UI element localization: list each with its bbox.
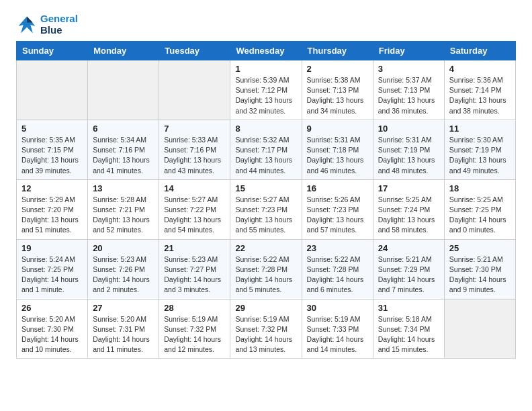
- day-info: Sunrise: 5:20 AM Sunset: 7:31 PM Dayligh…: [93, 314, 154, 355]
- day-number: 2: [307, 64, 368, 74]
- day-number: 9: [307, 124, 368, 134]
- calendar-week-row: 26Sunrise: 5:20 AM Sunset: 7:30 PM Dayli…: [17, 299, 516, 359]
- day-number: 28: [164, 303, 225, 313]
- day-info: Sunrise: 5:27 AM Sunset: 7:23 PM Dayligh…: [235, 195, 296, 236]
- day-number: 30: [307, 303, 368, 313]
- calendar-cell: 22Sunrise: 5:22 AM Sunset: 7:28 PM Dayli…: [230, 239, 302, 299]
- calendar-cell: 27Sunrise: 5:20 AM Sunset: 7:31 PM Dayli…: [88, 299, 159, 359]
- day-info: Sunrise: 5:39 AM Sunset: 7:12 PM Dayligh…: [235, 75, 296, 116]
- calendar-week-row: 1Sunrise: 5:39 AM Sunset: 7:12 PM Daylig…: [17, 60, 516, 120]
- calendar-cell: 7Sunrise: 5:33 AM Sunset: 7:16 PM Daylig…: [159, 120, 230, 179]
- calendar-cell: 14Sunrise: 5:27 AM Sunset: 7:22 PM Dayli…: [159, 179, 230, 239]
- calendar-cell: [444, 299, 515, 359]
- calendar-cell: 10Sunrise: 5:31 AM Sunset: 7:19 PM Dayli…: [373, 120, 444, 179]
- svg-marker-1: [27, 16, 33, 22]
- day-info: Sunrise: 5:23 AM Sunset: 7:27 PM Dayligh…: [164, 255, 225, 295]
- calendar-cell: 29Sunrise: 5:19 AM Sunset: 7:32 PM Dayli…: [230, 299, 302, 359]
- day-info: Sunrise: 5:26 AM Sunset: 7:23 PM Dayligh…: [307, 195, 368, 236]
- day-info: Sunrise: 5:19 AM Sunset: 7:32 PM Dayligh…: [235, 314, 296, 355]
- day-number: 6: [93, 124, 154, 134]
- day-info: Sunrise: 5:19 AM Sunset: 7:33 PM Dayligh…: [307, 314, 368, 355]
- calendar-cell: [159, 60, 230, 120]
- day-info: Sunrise: 5:35 AM Sunset: 7:15 PM Dayligh…: [21, 135, 83, 176]
- day-number: 18: [449, 183, 511, 193]
- day-number: 12: [21, 183, 83, 193]
- day-info: Sunrise: 5:38 AM Sunset: 7:13 PM Dayligh…: [307, 75, 368, 116]
- page-header: General Blue: [16, 13, 516, 36]
- calendar-cell: 31Sunrise: 5:18 AM Sunset: 7:34 PM Dayli…: [373, 299, 444, 359]
- day-info: Sunrise: 5:19 AM Sunset: 7:32 PM Dayligh…: [164, 314, 225, 355]
- calendar-cell: 26Sunrise: 5:20 AM Sunset: 7:30 PM Dayli…: [17, 299, 88, 359]
- day-number: 11: [449, 124, 511, 134]
- day-number: 29: [235, 303, 296, 313]
- weekday-header-monday: Monday: [88, 42, 159, 60]
- weekday-header-saturday: Saturday: [444, 42, 515, 60]
- day-info: Sunrise: 5:23 AM Sunset: 7:26 PM Dayligh…: [93, 255, 154, 295]
- day-number: 8: [235, 124, 296, 134]
- weekday-header-wednesday: Wednesday: [230, 42, 302, 60]
- day-info: Sunrise: 5:22 AM Sunset: 7:28 PM Dayligh…: [235, 255, 296, 295]
- calendar-cell: 9Sunrise: 5:31 AM Sunset: 7:18 PM Daylig…: [302, 120, 373, 179]
- weekday-header-thursday: Thursday: [302, 42, 373, 60]
- calendar-cell: 2Sunrise: 5:38 AM Sunset: 7:13 PM Daylig…: [302, 60, 373, 120]
- weekday-header-tuesday: Tuesday: [159, 42, 230, 60]
- calendar-cell: 19Sunrise: 5:24 AM Sunset: 7:25 PM Dayli…: [17, 239, 88, 299]
- day-number: 19: [21, 243, 83, 253]
- day-number: 16: [307, 183, 368, 193]
- day-number: 23: [307, 243, 368, 253]
- calendar-cell: 30Sunrise: 5:19 AM Sunset: 7:33 PM Dayli…: [302, 299, 373, 359]
- calendar-cell: 15Sunrise: 5:27 AM Sunset: 7:23 PM Dayli…: [230, 179, 302, 239]
- day-info: Sunrise: 5:20 AM Sunset: 7:30 PM Dayligh…: [21, 314, 83, 355]
- day-info: Sunrise: 5:29 AM Sunset: 7:20 PM Dayligh…: [21, 195, 83, 236]
- calendar-cell: 1Sunrise: 5:39 AM Sunset: 7:12 PM Daylig…: [230, 60, 302, 120]
- weekday-header-sunday: Sunday: [17, 42, 88, 60]
- day-number: 22: [235, 243, 296, 253]
- day-info: Sunrise: 5:24 AM Sunset: 7:25 PM Dayligh…: [21, 255, 83, 295]
- calendar-cell: 18Sunrise: 5:25 AM Sunset: 7:25 PM Dayli…: [444, 179, 515, 239]
- weekday-header-friday: Friday: [373, 42, 444, 60]
- calendar-cell: [17, 60, 88, 120]
- logo-icon: [16, 14, 38, 36]
- calendar-week-row: 19Sunrise: 5:24 AM Sunset: 7:25 PM Dayli…: [17, 239, 516, 299]
- calendar-table: SundayMondayTuesdayWednesdayThursdayFrid…: [16, 41, 516, 359]
- day-info: Sunrise: 5:30 AM Sunset: 7:19 PM Dayligh…: [449, 135, 511, 176]
- day-number: 17: [378, 183, 439, 193]
- day-number: 5: [21, 124, 83, 134]
- day-info: Sunrise: 5:25 AM Sunset: 7:24 PM Dayligh…: [378, 195, 439, 236]
- calendar-cell: 16Sunrise: 5:26 AM Sunset: 7:23 PM Dayli…: [302, 179, 373, 239]
- day-info: Sunrise: 5:32 AM Sunset: 7:17 PM Dayligh…: [235, 135, 296, 176]
- day-number: 7: [164, 124, 225, 134]
- day-info: Sunrise: 5:36 AM Sunset: 7:14 PM Dayligh…: [449, 75, 511, 116]
- calendar-cell: 12Sunrise: 5:29 AM Sunset: 7:20 PM Dayli…: [17, 179, 88, 239]
- calendar-week-row: 12Sunrise: 5:29 AM Sunset: 7:20 PM Dayli…: [17, 179, 516, 239]
- day-info: Sunrise: 5:18 AM Sunset: 7:34 PM Dayligh…: [378, 314, 439, 355]
- day-number: 25: [449, 243, 511, 253]
- day-info: Sunrise: 5:28 AM Sunset: 7:21 PM Dayligh…: [93, 195, 154, 236]
- day-number: 13: [93, 183, 154, 193]
- day-number: 4: [449, 64, 511, 74]
- calendar-cell: 23Sunrise: 5:22 AM Sunset: 7:28 PM Dayli…: [302, 239, 373, 299]
- day-info: Sunrise: 5:21 AM Sunset: 7:30 PM Dayligh…: [449, 255, 511, 295]
- logo: General Blue: [16, 13, 78, 36]
- day-info: Sunrise: 5:31 AM Sunset: 7:19 PM Dayligh…: [378, 135, 439, 176]
- day-number: 21: [164, 243, 225, 253]
- logo-text-line2: Blue: [40, 25, 78, 36]
- calendar-cell: [88, 60, 159, 120]
- day-info: Sunrise: 5:21 AM Sunset: 7:29 PM Dayligh…: [378, 255, 439, 295]
- calendar-cell: 5Sunrise: 5:35 AM Sunset: 7:15 PM Daylig…: [17, 120, 88, 179]
- calendar-week-row: 5Sunrise: 5:35 AM Sunset: 7:15 PM Daylig…: [17, 120, 516, 179]
- day-info: Sunrise: 5:37 AM Sunset: 7:13 PM Dayligh…: [378, 75, 439, 116]
- day-info: Sunrise: 5:27 AM Sunset: 7:22 PM Dayligh…: [164, 195, 225, 236]
- calendar-header-row: SundayMondayTuesdayWednesdayThursdayFrid…: [17, 42, 516, 60]
- calendar-cell: 28Sunrise: 5:19 AM Sunset: 7:32 PM Dayli…: [159, 299, 230, 359]
- calendar-cell: 21Sunrise: 5:23 AM Sunset: 7:27 PM Dayli…: [159, 239, 230, 299]
- day-number: 26: [21, 303, 83, 313]
- day-number: 15: [235, 183, 296, 193]
- day-info: Sunrise: 5:33 AM Sunset: 7:16 PM Dayligh…: [164, 135, 225, 176]
- day-number: 27: [93, 303, 154, 313]
- day-number: 10: [378, 124, 439, 134]
- calendar-cell: 24Sunrise: 5:21 AM Sunset: 7:29 PM Dayli…: [373, 239, 444, 299]
- day-number: 31: [378, 303, 439, 313]
- day-info: Sunrise: 5:25 AM Sunset: 7:25 PM Dayligh…: [449, 195, 511, 236]
- calendar-cell: 13Sunrise: 5:28 AM Sunset: 7:21 PM Dayli…: [88, 179, 159, 239]
